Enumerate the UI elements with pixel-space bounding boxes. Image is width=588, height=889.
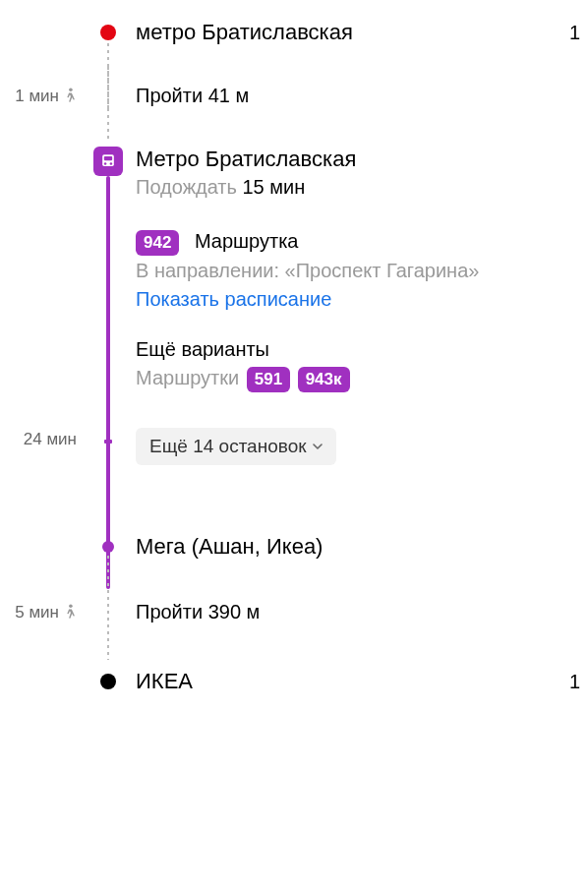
board-station: Метро Братиславская [136,147,588,172]
segment-ride: 24 мин Ещё 14 остановок [0,428,588,483]
walk2-text: Пройти 390 м [136,601,588,623]
alt-label: Маршрутки [136,367,239,388]
schedule-link[interactable]: Показать расписание [136,288,588,311]
svg-point-3 [104,162,107,165]
board-route-line: 942 Маршрутка [136,230,588,256]
svg-point-5 [69,604,73,608]
alight-station: Мега (Ашан, Икеа) [136,534,588,560]
origin-dot-icon [100,25,116,40]
ride-duration: 24 мин [24,430,77,448]
expand-stops-button[interactable]: Ещё 14 остановок [136,428,336,465]
segment-dest: ИКЕА 1 [0,669,588,712]
segment-walk-1: 1 мин Пройти 41 м [0,85,588,125]
svg-point-4 [110,162,113,165]
ride-mid-dot-icon [104,440,112,444]
walk1-text: Пройти 41 м [136,85,588,107]
walk1-duration: 1 мин [15,87,59,106]
walk2-duration: 5 мин [15,603,59,622]
svg-point-0 [69,88,73,91]
segment-walk-2: 5 мин Пройти 390 м [0,601,588,641]
walk-icon [63,604,77,622]
dest-title: ИКЕА [136,669,588,694]
segment-alight: Мега (Ашан, Икеа) [0,534,588,577]
alight-dot-icon [102,541,114,553]
stops-btn-label: Ещё 14 остановок [149,436,307,457]
alt-badge: 943к [298,367,350,392]
dest-time: 1 [569,671,580,693]
board-direction: В направлении: «Проспект Гагарина» [136,260,588,282]
svg-rect-2 [104,156,112,160]
alt-routes: Маршрутки 591 943к [136,367,588,392]
chevron-down-icon [313,442,323,451]
board-wait: Подождать 15 мин [136,176,588,199]
origin-time: 1 [569,22,580,44]
route-badge: 942 [136,230,179,256]
alt-title: Ещё варианты [136,338,588,361]
segment-board: Метро Братиславская Подождать 15 мин 942… [0,147,588,410]
alt-badge: 591 [247,367,290,392]
origin-title: метро Братиславская [136,20,588,45]
walk-icon [63,88,77,105]
bus-stop-icon [93,147,123,176]
dest-dot-icon [100,674,116,689]
segment-origin: метро Братиславская 1 [0,20,588,63]
vehicle-type: Маршрутка [195,230,299,252]
